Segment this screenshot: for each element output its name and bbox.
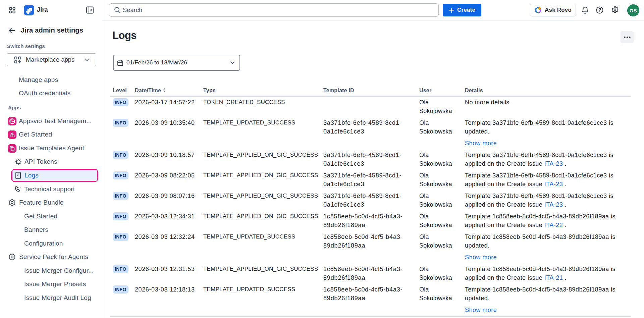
svg-text:ATM: ATM (11, 120, 13, 122)
